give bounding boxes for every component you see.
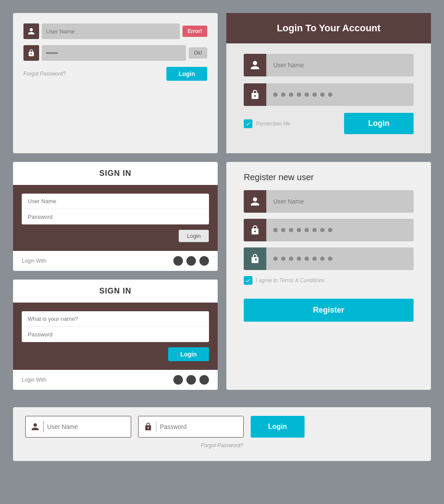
register-key-icon — [250, 254, 260, 264]
lock-icon — [27, 49, 35, 57]
signin2-login-with-label: Login With — [22, 377, 46, 383]
account-lock-icon — [250, 89, 260, 100]
dot — [281, 257, 285, 261]
register-user-icon — [250, 196, 260, 207]
dot — [312, 228, 317, 232]
login-account-body: Remember Me Login — [226, 43, 431, 153]
bottom-bar: Login Forgot Password? — [13, 407, 431, 461]
dot — [305, 257, 309, 261]
login-with-label: Login With — [22, 258, 46, 264]
register-username-row — [244, 190, 414, 213]
dot — [328, 257, 332, 261]
password-input[interactable] — [42, 45, 186, 61]
signin1-footer: Login With — [13, 251, 218, 271]
bottom-divider-2 — [156, 421, 157, 432]
terms-label: I agree to Terms & Conditions — [256, 277, 325, 283]
bottom-username-input[interactable] — [47, 423, 126, 430]
social-dot-2[interactable] — [186, 256, 196, 266]
bottom-password-input[interactable] — [160, 423, 238, 430]
account-user-icon-box — [244, 54, 266, 76]
dot — [297, 92, 301, 97]
card-login-account: Login To Your Account — [226, 13, 431, 153]
dot — [297, 228, 301, 232]
signin2-username-input[interactable] — [22, 311, 209, 326]
username-input[interactable] — [42, 23, 180, 39]
social-dot-2[interactable] — [186, 375, 196, 385]
dot — [281, 92, 285, 97]
dot — [328, 228, 332, 232]
signin1-header: SIGN IN — [13, 162, 218, 185]
dot — [320, 92, 325, 97]
dot — [289, 257, 293, 261]
register-lock-icon — [250, 225, 260, 235]
register-confirm-dots — [266, 247, 414, 270]
register-user-icon-box — [244, 190, 266, 213]
terms-checkmark-icon — [245, 277, 251, 283]
remember-label: Remember Me — [256, 121, 290, 127]
dot — [305, 228, 309, 232]
forgot-password-link[interactable]: Forgot Password? — [23, 71, 66, 77]
dot — [273, 92, 278, 97]
bottom-lock-icon — [144, 422, 152, 431]
signin1-password-input[interactable] — [22, 209, 209, 224]
terms-row: I agree to Terms & Conditions — [244, 276, 414, 285]
account-user-icon — [250, 60, 260, 70]
dot — [312, 257, 317, 261]
dot — [328, 92, 332, 97]
checkmark-icon — [245, 121, 251, 127]
account-login-button[interactable]: Login — [344, 113, 414, 134]
bottom-divider-1 — [43, 421, 44, 432]
dot — [320, 228, 325, 232]
password-dots-row — [273, 92, 332, 97]
dot — [281, 228, 285, 232]
remember-checkbox[interactable] — [244, 119, 252, 128]
signin2-header: SIGN IN — [13, 280, 218, 303]
signin1-login-button[interactable]: Login — [179, 230, 209, 242]
dot — [305, 92, 309, 97]
signin2-social-dots — [173, 375, 209, 385]
dot — [297, 257, 301, 261]
social-dots — [173, 256, 209, 266]
bottom-login-button[interactable]: Login — [251, 416, 305, 438]
remember-me-row: Remember Me Login — [244, 113, 414, 134]
user-icon-box — [23, 23, 39, 39]
card-register: Register new user — [226, 162, 431, 390]
account-username-input[interactable] — [266, 54, 414, 76]
card1-footer: Forgot Password? Login — [23, 67, 207, 81]
dot — [289, 228, 293, 232]
bottom-bar-inner: Login — [25, 416, 419, 438]
terms-checkbox[interactable] — [244, 276, 252, 285]
signin2-password-input[interactable] — [22, 327, 209, 342]
account-username-row — [244, 54, 414, 76]
social-dot-1[interactable] — [173, 256, 183, 266]
register-password-dots — [266, 219, 414, 241]
lock-icon-box — [23, 45, 39, 61]
bottom-forgot-label[interactable]: Forgot Password? — [201, 442, 243, 448]
bottom-user-icon — [31, 422, 40, 431]
card-signin-2: SIGN IN Login Login With — [13, 280, 218, 390]
register-confirm-icon-box — [244, 247, 266, 270]
social-dot-3[interactable] — [199, 375, 209, 385]
signin2-footer: Login With — [13, 370, 218, 390]
account-password-row — [244, 83, 414, 106]
signin1-input-group — [22, 194, 209, 224]
card-signin-1: SIGN IN Login Login With — [13, 162, 218, 271]
social-dot-3[interactable] — [199, 256, 209, 266]
signin1-username-input[interactable] — [22, 194, 209, 209]
register-lock-icon-box — [244, 219, 266, 241]
card-simple-login: Error! Ok! Forgot Password? Login — [13, 13, 218, 153]
register-username-input[interactable] — [266, 190, 414, 213]
dot — [273, 228, 278, 232]
login-button[interactable]: Login — [166, 67, 207, 81]
register-button[interactable]: Register — [244, 299, 414, 322]
signin2-input-group — [22, 311, 209, 342]
account-password-dots — [266, 83, 414, 106]
social-dot-1[interactable] — [173, 375, 183, 385]
bottom-password-wrapper — [138, 416, 244, 438]
account-lock-icon-box — [244, 83, 266, 106]
signin2-login-button[interactable]: Login — [168, 347, 209, 361]
login-account-title: Login To Your Account — [235, 23, 422, 34]
signin2-title: SIGN IN — [20, 287, 211, 296]
register-title: Register new user — [244, 172, 414, 182]
error-badge: Error! — [182, 26, 207, 37]
